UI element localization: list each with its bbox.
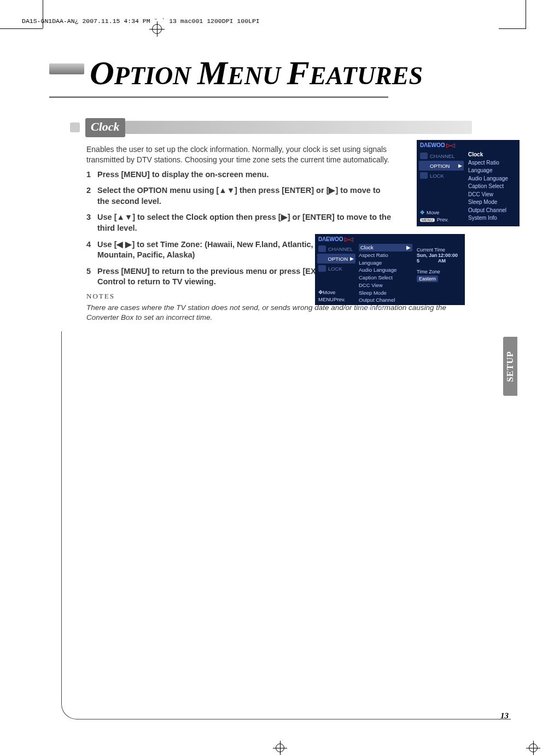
submenu-item: Clock	[468, 151, 517, 159]
osd-screenshot-option-menu: DΛEWOO ▷◁ CHANNEL OPTION▶ LOCK Clock Asp…	[417, 140, 520, 226]
submenu-item: Audio Language	[468, 175, 517, 183]
gear-icon	[420, 162, 428, 169]
registration-target-icon	[152, 24, 162, 34]
osd-footer: ✥Move MENUPrev.	[318, 289, 345, 303]
menu-item-option: OPTION▶	[419, 161, 464, 171]
current-time-label: Current Time	[417, 247, 463, 253]
intro-paragraph: Enables the user to set up the clock inf…	[86, 144, 393, 165]
submenu-item: DCC View	[468, 191, 517, 199]
osd-left-menu: CHANNEL OPTION▶ LOCK	[317, 244, 355, 273]
submenu-item: Audio Language	[359, 266, 412, 274]
menu-item-channel: CHANNEL	[419, 151, 464, 161]
section-heading: Clock	[70, 118, 472, 137]
osd-screenshot-clock: DΛEWOO ▷◁ CHANNEL OPTION▶ LOCK Clock▶ As…	[315, 234, 465, 305]
step-item: Select the OPTION menu using [▲▼] then p…	[86, 185, 393, 207]
crop-mark	[499, 28, 526, 29]
current-time-value: 12:00:00 AM	[438, 253, 463, 264]
tv-icon	[420, 153, 428, 159]
menu-item-lock: LOCK	[317, 264, 355, 273]
step-item: Use [▲▼] to select the Clock option then…	[86, 212, 393, 233]
osd-submenu: Clock▶ Aspect Ratio Language Audio Langu…	[359, 244, 412, 312]
chevron-right-icon: ▶	[458, 163, 462, 168]
submenu-item: Output Channel	[468, 207, 517, 215]
chevron-right-icon: ▶	[350, 256, 354, 261]
title-text: OPTION MENU FEATURES	[90, 54, 423, 92]
section-bar	[125, 121, 472, 134]
section-bullet-icon	[70, 122, 80, 132]
osd-left-menu: CHANNEL OPTION▶ LOCK	[419, 151, 464, 180]
title-accent-bar	[49, 63, 84, 74]
page-title: OPTION MENU FEATURES	[49, 63, 520, 110]
current-time-date: Sun, Jan 5	[417, 253, 438, 264]
timezone-label: Time Zone	[417, 269, 463, 274]
submenu-item: Caption Select	[359, 274, 412, 282]
menu-item-option: OPTION▶	[317, 254, 355, 264]
submenu-item: Aspect Ratio	[468, 159, 517, 167]
osd-logo: DΛEWOO ▷◁	[318, 236, 353, 242]
osd-values: Current Time Sun, Jan 512:00:00 AM Time …	[417, 247, 463, 282]
section-label: Clock	[85, 118, 125, 137]
submenu-item-selected: Clock▶	[359, 244, 412, 251]
step-item: Press [MENU] to display the on-screen me…	[86, 169, 393, 180]
menu-item-lock: LOCK	[419, 171, 464, 180]
submenu-item: System Info	[468, 214, 517, 223]
submenu-item: Language	[359, 259, 412, 267]
title-underline	[49, 96, 388, 98]
page-number: 13	[500, 711, 509, 721]
timezone-value: Eastern	[417, 276, 438, 282]
submenu-item: Caption Select	[468, 183, 517, 191]
page-content: OPTION MENU FEATURES Clock Enables the u…	[49, 52, 520, 725]
tv-icon	[318, 245, 326, 252]
submenu-item: DCC View	[359, 282, 412, 289]
submenu-item: Aspect Ratio	[359, 251, 412, 259]
menu-item-channel: CHANNEL	[317, 244, 355, 254]
dpad-icon: ✥	[420, 209, 424, 215]
drill-mark-icon	[273, 741, 287, 755]
osd-logo: DΛEWOO ▷◁	[420, 142, 455, 148]
menu-key-icon: MENU	[318, 296, 334, 302]
menu-key-icon: MENU	[420, 218, 435, 222]
lock-icon	[318, 265, 326, 272]
submenu-item: Sleep Mode	[359, 289, 412, 297]
chevron-right-icon: ▶	[406, 244, 411, 251]
lock-icon	[420, 172, 428, 179]
crop-mark	[0, 28, 43, 29]
osd-submenu: Clock Aspect Ratio Language Audio Langua…	[468, 151, 517, 223]
notes-text: There are cases where the TV station doe…	[86, 303, 480, 323]
crop-mark	[526, 0, 526, 28]
submenu-item: System Info	[359, 304, 412, 312]
submenu-item: Language	[468, 167, 517, 175]
osd-footer: ✥Move MENUPrev.	[420, 209, 448, 223]
gear-icon	[318, 255, 326, 262]
drill-mark-icon	[526, 741, 540, 755]
page-frame	[61, 331, 511, 719]
dpad-icon: ✥	[318, 289, 323, 295]
print-header-line: DA1S-GN1DAA-AN¿ 2007.11.15 4:34 PM ˘ ` 1…	[22, 17, 260, 25]
submenu-item: Output Channel	[359, 296, 412, 304]
submenu-item: Sleep Mode	[468, 198, 517, 207]
